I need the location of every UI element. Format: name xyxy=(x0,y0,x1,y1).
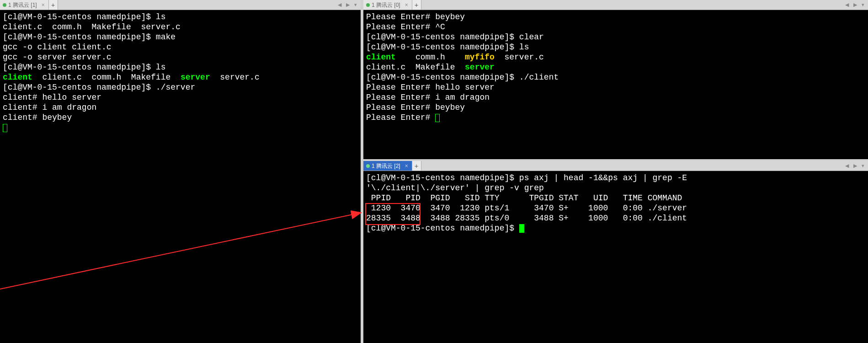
tab-add-button[interactable]: + xyxy=(412,0,421,10)
tab-label: 1 腾讯云 [1] xyxy=(8,0,37,10)
tab-overflow-arrows: ◀ ▶ ▾ xyxy=(334,0,361,10)
tabbar-left: 1 腾讯云 [1] × + ◀ ▶ ▾ xyxy=(0,0,361,10)
tab-add-button[interactable]: + xyxy=(49,0,58,10)
tab-bottom[interactable]: 1 腾讯云 [2] × xyxy=(363,161,412,171)
terminal-right[interactable]: Please Enter# beybey Please Enter# ^C [c… xyxy=(363,10,868,159)
terminal-pane-left: 1 腾讯云 [1] × + ◀ ▶ ▾ [cl@VM-0-15-centos n… xyxy=(0,0,361,343)
tab-close-icon[interactable]: × xyxy=(404,163,409,169)
terminal-pane-bottom: 1 腾讯云 [2] × + ◀ ▶ ▾ [cl@VM-0-15-centos n… xyxy=(363,161,868,343)
arrow-right-icon[interactable]: ▶ xyxy=(852,163,858,168)
tab-menu-icon[interactable]: ▾ xyxy=(861,163,865,168)
tab-menu-icon[interactable]: ▾ xyxy=(353,2,358,7)
status-dot-icon xyxy=(366,3,370,7)
status-dot-icon xyxy=(366,164,370,168)
tab-label: 1 腾讯云 [2] xyxy=(372,161,400,171)
tabbar-right: 1 腾讯云 [0] × + ◀ ▶ ▾ xyxy=(363,0,868,10)
terminal-bottom[interactable]: [cl@VM-0-15-centos namedpipe]$ ps axj | … xyxy=(363,171,868,343)
ps-ppid-pid-highlight xyxy=(365,203,421,225)
tab-left[interactable]: 1 腾讯云 [1] × xyxy=(0,0,49,10)
arrow-left-icon[interactable]: ◀ xyxy=(337,2,342,7)
arrow-left-icon[interactable]: ◀ xyxy=(844,2,850,7)
tab-close-icon[interactable]: × xyxy=(41,2,46,8)
tab-overflow-arrows: ◀ ▶ ▾ xyxy=(841,0,868,10)
tab-overflow-arrows: ◀ ▶ ▾ xyxy=(841,161,868,171)
horizontal-splitter[interactable] xyxy=(363,159,868,161)
tab-right[interactable]: 1 腾讯云 [0] × xyxy=(363,0,412,10)
arrow-left-icon[interactable]: ◀ xyxy=(844,163,850,168)
vertical-splitter[interactable] xyxy=(361,0,363,343)
status-dot-icon xyxy=(3,3,6,7)
tab-add-button[interactable]: + xyxy=(412,161,421,171)
terminal-left[interactable]: [cl@VM-0-15-centos namedpipe]$ ls client… xyxy=(0,10,361,343)
terminal-pane-right: 1 腾讯云 [0] × + ◀ ▶ ▾ Please Enter# beybey… xyxy=(363,0,868,159)
tab-label: 1 腾讯云 [0] xyxy=(372,0,400,10)
tab-menu-icon[interactable]: ▾ xyxy=(861,2,865,7)
tabbar-bottom: 1 腾讯云 [2] × + ◀ ▶ ▾ xyxy=(363,161,868,171)
arrow-right-icon[interactable]: ▶ xyxy=(852,2,858,7)
tab-close-icon[interactable]: × xyxy=(404,2,409,8)
arrow-right-icon[interactable]: ▶ xyxy=(345,2,351,7)
